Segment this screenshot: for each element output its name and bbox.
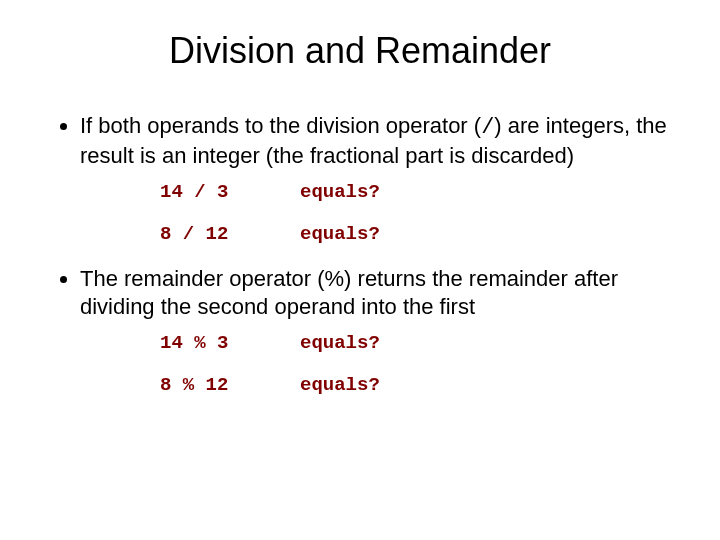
bullet-list: The remainder operator (%) returns the r… [40, 265, 680, 320]
example-equals: equals? [300, 223, 380, 245]
example-row: 8 % 12 equals? [160, 374, 680, 396]
slide: Division and Remainder If both operands … [0, 0, 720, 540]
example-expression: 8 % 12 [160, 374, 300, 396]
example-equals: equals? [300, 374, 380, 396]
example-equals: equals? [300, 181, 380, 203]
bullet-list: If both operands to the division operato… [40, 112, 680, 169]
example-equals: equals? [300, 332, 380, 354]
example-expression: 14 / 3 [160, 181, 300, 203]
division-examples: 14 / 3 equals? 8 / 12 equals? [160, 181, 680, 245]
bullet-division-text-a: If both operands to the division operato… [80, 113, 481, 138]
example-row: 14 % 3 equals? [160, 332, 680, 354]
slide-title: Division and Remainder [40, 30, 680, 72]
bullet-division: If both operands to the division operato… [80, 112, 680, 169]
remainder-examples: 14 % 3 equals? 8 % 12 equals? [160, 332, 680, 396]
slash-operator: / [481, 115, 494, 140]
example-row: 14 / 3 equals? [160, 181, 680, 203]
example-expression: 8 / 12 [160, 223, 300, 245]
example-expression: 14 % 3 [160, 332, 300, 354]
example-row: 8 / 12 equals? [160, 223, 680, 245]
bullet-remainder: The remainder operator (%) returns the r… [80, 265, 680, 320]
